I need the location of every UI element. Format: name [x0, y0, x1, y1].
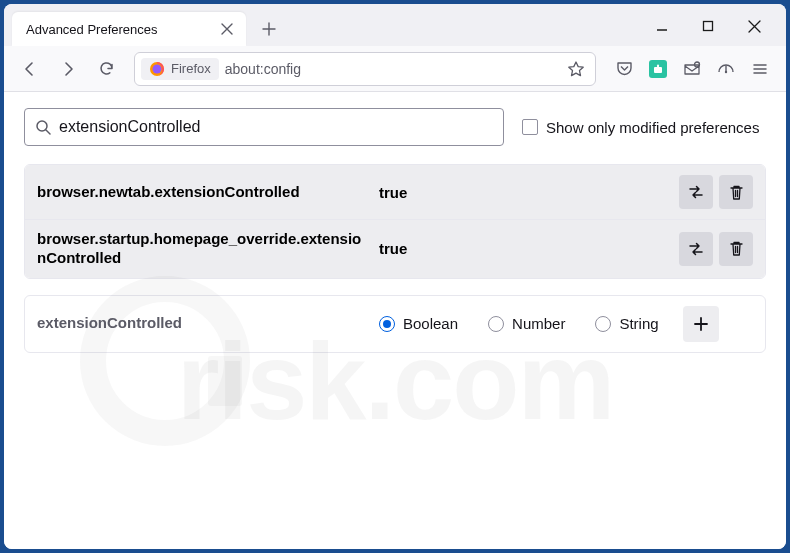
toggle-button[interactable]	[679, 232, 713, 266]
radio-icon	[379, 316, 395, 332]
nav-toolbar: Firefox about:config	[4, 46, 786, 92]
pref-row[interactable]: browser.startup.homepage_override.extens…	[25, 219, 765, 278]
titlebar: Advanced Preferences	[4, 4, 786, 46]
account-icon[interactable]	[676, 53, 708, 85]
svg-point-6	[725, 70, 727, 72]
svg-point-2	[153, 64, 162, 73]
svg-rect-0	[704, 22, 713, 31]
prefs-results: browser.newtab.extensionControlled true …	[24, 164, 766, 279]
pref-value: true	[379, 240, 667, 257]
close-icon[interactable]	[218, 20, 236, 38]
close-window-button[interactable]	[740, 12, 768, 40]
radio-icon	[488, 316, 504, 332]
radio-boolean[interactable]: Boolean	[379, 315, 458, 332]
url-bar[interactable]: Firefox about:config	[134, 52, 596, 86]
show-modified-checkbox[interactable]: Show only modified preferences	[522, 119, 759, 136]
forward-button[interactable]	[52, 53, 84, 85]
add-pref-row: extensionControlled Boolean Number Strin…	[25, 296, 765, 352]
checkbox-label: Show only modified preferences	[546, 119, 759, 136]
pref-value: true	[379, 184, 667, 201]
pref-search-box[interactable]	[24, 108, 504, 146]
search-icon	[35, 119, 51, 135]
pocket-icon[interactable]	[608, 53, 640, 85]
minimize-button[interactable]	[648, 12, 676, 40]
row-actions	[679, 232, 753, 266]
row-actions	[679, 175, 753, 209]
add-pref-group: extensionControlled Boolean Number Strin…	[24, 295, 766, 353]
tab-active[interactable]: Advanced Preferences	[12, 12, 246, 46]
toggle-button[interactable]	[679, 175, 713, 209]
delete-button[interactable]	[719, 232, 753, 266]
pref-name: browser.newtab.extensionControlled	[37, 183, 367, 202]
checkbox-icon	[522, 119, 538, 135]
back-button[interactable]	[14, 53, 46, 85]
radio-label: Number	[512, 315, 565, 332]
menu-button[interactable]	[744, 53, 776, 85]
radio-number[interactable]: Number	[488, 315, 565, 332]
radio-label: String	[619, 315, 658, 332]
svg-rect-4	[657, 64, 659, 67]
protections-icon[interactable]	[710, 53, 742, 85]
bookmark-star-icon[interactable]	[563, 56, 589, 82]
extension-icon[interactable]	[642, 53, 674, 85]
identity-box[interactable]: Firefox	[141, 58, 219, 80]
radio-label: Boolean	[403, 315, 458, 332]
maximize-button[interactable]	[694, 12, 722, 40]
identity-label: Firefox	[171, 61, 211, 76]
pref-search-input[interactable]	[59, 118, 493, 136]
toolbar-icons	[608, 53, 776, 85]
add-pref-name: extensionControlled	[37, 314, 367, 333]
window-controls	[648, 12, 778, 46]
url-text: about:config	[225, 61, 557, 77]
type-radio-group: Boolean Number String	[379, 315, 659, 332]
radio-string[interactable]: String	[595, 315, 658, 332]
firefox-logo-icon	[149, 61, 165, 77]
add-button[interactable]	[683, 306, 719, 342]
delete-button[interactable]	[719, 175, 753, 209]
page-content: risk.com Show only modified preferences …	[4, 92, 786, 549]
browser-window: Advanced Preferences	[4, 4, 786, 549]
new-tab-button[interactable]	[254, 14, 284, 44]
pref-row[interactable]: browser.newtab.extensionControlled true	[25, 165, 765, 219]
tab-title: Advanced Preferences	[26, 22, 158, 37]
svg-rect-3	[654, 67, 662, 73]
reload-button[interactable]	[90, 53, 122, 85]
radio-icon	[595, 316, 611, 332]
search-row: Show only modified preferences	[24, 108, 766, 146]
pref-name: browser.startup.homepage_override.extens…	[37, 230, 367, 268]
